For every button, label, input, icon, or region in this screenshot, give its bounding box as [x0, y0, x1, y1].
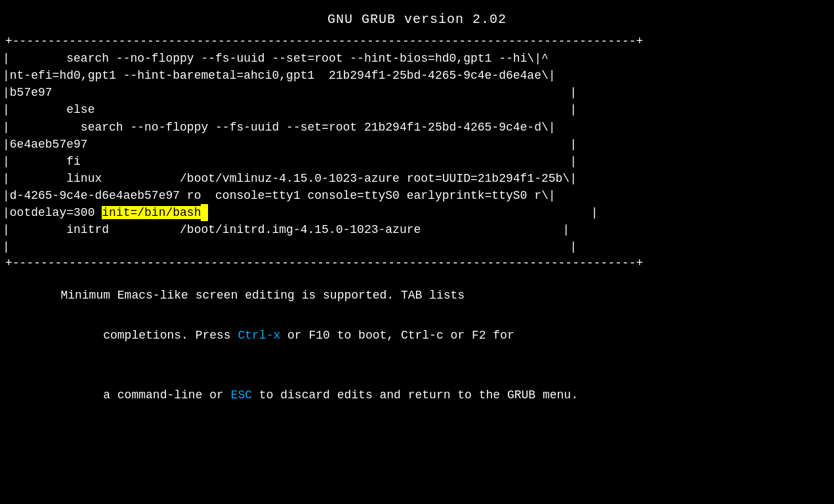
pipe: | [3, 187, 10, 204]
info-line-3: a command-line or ESC to discard edits a… [39, 366, 795, 426]
info-section: Minimum Emacs-like screen editing is sup… [0, 272, 834, 432]
table-row: | else | [3, 101, 831, 118]
grub-screen: GNU GRUB version 2.02 +-----------------… [0, 0, 834, 504]
pipe: | [3, 67, 10, 84]
line-content: ootdelay=300 init=/bin/bash | [10, 204, 831, 221]
table-row: | search --no-floppy --fs-uuid --set=roo… [3, 119, 831, 136]
table-row: |nt-efi=hd0,gpt1 --hint-baremetal=ahci0,… [3, 67, 831, 84]
pipe: | [3, 153, 10, 170]
pipe: | [3, 204, 10, 221]
line-content: nt-efi=hd0,gpt1 --hint-baremetal=ahci0,g… [10, 67, 831, 84]
table-row: |6e4aeb57e97 | [3, 136, 831, 153]
table-row: | search --no-floppy --fs-uuid --set=roo… [3, 50, 831, 67]
info-text: completions. Press [82, 329, 238, 342]
pipe: | [3, 84, 10, 101]
pipe: | [3, 119, 10, 136]
line-content: b57e97 | [10, 84, 831, 101]
table-row: |b57e97 | [3, 84, 831, 101]
info-text-2: or F10 to boot, Ctrl-c or F2 for [280, 329, 514, 342]
line-content: linux /boot/vmlinuz-4.15.0-1023-azure ro… [10, 170, 831, 187]
pipe: | [3, 170, 10, 187]
line-content: | [10, 238, 831, 255]
line-content: search --no-floppy --fs-uuid --set=root … [10, 119, 831, 136]
code-editor[interactable]: | search --no-floppy --fs-uuid --set=roo… [0, 50, 834, 255]
table-row: |ootdelay=300 init=/bin/bash | [3, 204, 831, 221]
line-content: initrd /boot/initrd.img-4.15.0-1023-azur… [10, 221, 831, 238]
pipe: | [3, 101, 10, 118]
line-content: 6e4aeb57e97 | [10, 136, 831, 153]
info-text-4: to discard edits and return to the GRUB … [252, 388, 578, 402]
table-row: | initrd /boot/initrd.img-4.15.0-1023-az… [3, 221, 831, 238]
esc-key: ESC [231, 388, 252, 402]
top-border: +---------------------------------------… [0, 33, 834, 50]
info-text-3: a command-line or [82, 388, 231, 402]
grub-title: GNU GRUB version 2.02 [0, 0, 834, 33]
info-line-2: completions. Press Ctrl-x or F10 to boot… [39, 305, 795, 366]
bottom-border: +---------------------------------------… [0, 255, 834, 272]
info-line-1: Minimum Emacs-like screen editing is sup… [39, 285, 795, 306]
pipe: | [3, 50, 10, 67]
pipe: | [3, 238, 10, 255]
table-row: | | [3, 238, 831, 255]
highlighted-text: init=/bin/bash [102, 206, 201, 219]
pipe: | [3, 221, 10, 238]
pipe: | [3, 136, 10, 153]
table-row: | linux /boot/vmlinuz-4.15.0-1023-azure … [3, 170, 831, 187]
line-content: fi | [10, 153, 831, 170]
line-content: search --no-floppy --fs-uuid --set=root … [10, 50, 831, 67]
ctrl-x-key: Ctrl-x [238, 329, 280, 342]
line-content: d-4265-9c4e-d6e4aeb57e97 ro console=tty1… [10, 187, 831, 204]
line-content: else | [10, 101, 831, 118]
cursor [201, 204, 208, 221]
table-row: |d-4265-9c4e-d6e4aeb57e97 ro console=tty… [3, 187, 831, 204]
table-row: | fi | [3, 153, 831, 170]
